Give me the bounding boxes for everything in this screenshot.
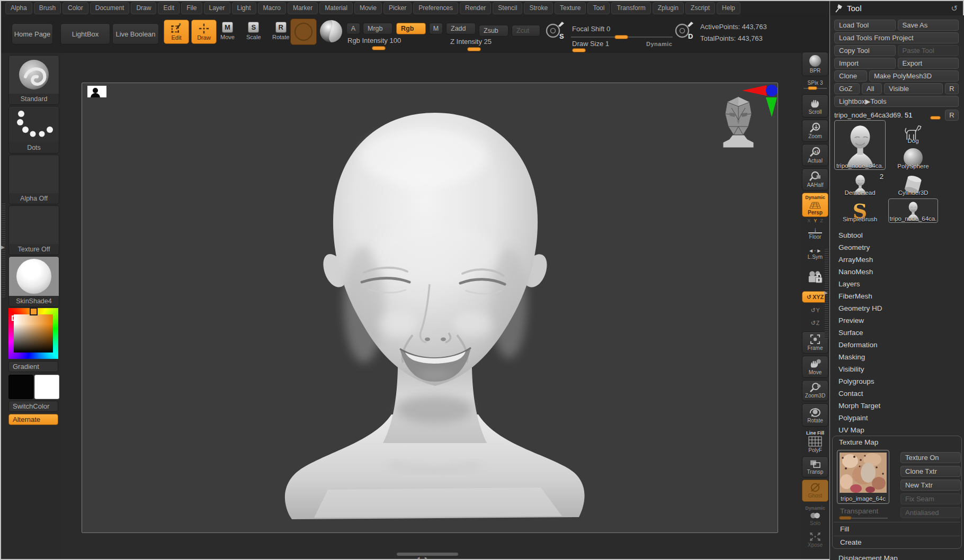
tool-section[interactable]: Subtool xyxy=(830,229,964,241)
home-page-button[interactable]: Home Page xyxy=(12,23,53,44)
ghost-button[interactable]: Ghost xyxy=(802,480,828,502)
current-material-sphere[interactable] xyxy=(319,20,343,43)
current-stroke-thumbnail[interactable]: Dots xyxy=(8,106,59,153)
current-alpha-thumbnail[interactable]: Alpha Off xyxy=(8,155,59,204)
menu-item[interactable]: Stencil xyxy=(493,2,522,14)
menu-item[interactable]: Render xyxy=(460,2,491,14)
texture-map-thumbnail[interactable]: tripo_image_64c xyxy=(837,450,889,504)
scroll-button[interactable]: Scroll xyxy=(802,94,828,118)
solo-button[interactable]: Dynamic Solo xyxy=(802,504,828,527)
export-button[interactable]: Export xyxy=(898,58,959,69)
scale-button[interactable]: S Scale xyxy=(246,22,261,40)
menu-item[interactable]: Preferences xyxy=(413,2,458,14)
load-tools-from-project-button[interactable]: Load Tools From Project xyxy=(834,32,959,43)
color-picker-saturation[interactable] xyxy=(14,314,53,353)
menu-item[interactable]: Brush xyxy=(34,2,61,14)
alternate-button[interactable]: Alternate xyxy=(8,414,58,425)
tool-thumb-tripo-small[interactable]: tripo_node_64ca. xyxy=(888,198,938,223)
menu-item[interactable]: Alpha xyxy=(5,2,32,14)
document-viewport[interactable] xyxy=(82,83,778,533)
transp-button[interactable]: Transp xyxy=(802,456,828,477)
rotate-button[interactable]: R Rotate xyxy=(272,22,289,40)
tool-section[interactable]: ArrayMesh xyxy=(830,254,964,266)
live-boolean-button[interactable]: Live Boolean xyxy=(112,23,159,44)
mode-zcut-button[interactable]: Zcut xyxy=(512,25,540,37)
tool-thumb-polysphere[interactable]: PolySphere xyxy=(888,146,938,170)
move-button[interactable]: M Move xyxy=(220,22,235,40)
color-picker[interactable] xyxy=(8,308,58,359)
rotate-3d-button[interactable]: Rotate xyxy=(802,403,828,427)
rgb-intensity-handle[interactable] xyxy=(372,46,386,50)
tool-section[interactable]: Geometry HD xyxy=(830,302,964,314)
menu-item[interactable]: Texture xyxy=(555,2,586,14)
document-thumbnail[interactable] xyxy=(87,86,106,97)
texture-map-title[interactable]: Texture Map xyxy=(839,438,878,446)
draw-button[interactable]: Draw xyxy=(191,20,217,44)
transparent-handle[interactable] xyxy=(839,516,852,520)
mode-m-button[interactable]: M xyxy=(429,23,443,34)
menu-item[interactable]: Zscript xyxy=(685,2,715,14)
floor-z-toggle[interactable]: Z xyxy=(820,218,823,223)
tool-section[interactable]: Morph Target xyxy=(830,400,964,412)
tool-slider-handle[interactable] xyxy=(930,116,941,120)
axis-gizmo[interactable] xyxy=(742,84,777,119)
secondary-color-swatch[interactable] xyxy=(34,375,59,399)
bpr-button[interactable]: BPR xyxy=(802,52,828,76)
mode-mrgb-button[interactable]: Mrgb xyxy=(363,23,392,34)
menu-item[interactable]: Transform xyxy=(611,2,650,14)
load-tool-button[interactable]: Load Tool xyxy=(834,20,896,31)
edit-button[interactable]: Edit xyxy=(164,20,189,44)
zoom-button[interactable]: Zoom xyxy=(802,120,828,142)
menu-item[interactable]: Zplugin xyxy=(653,2,684,14)
sculpted-head-model[interactable] xyxy=(265,98,604,528)
fix-seam-button[interactable]: Fix Seam xyxy=(900,493,961,504)
tool-thumb-demohead[interactable]: 2 DemoHead xyxy=(834,172,886,196)
draw-size-icon[interactable]: D xyxy=(674,20,695,41)
goz-all-button[interactable]: All xyxy=(862,83,882,94)
tool-section-displacement-map[interactable]: Displacement Map xyxy=(830,552,964,560)
menu-item[interactable]: Document xyxy=(90,2,130,14)
menu-item[interactable]: Stroke xyxy=(524,2,553,14)
lightbox-button[interactable]: LightBox xyxy=(60,23,110,44)
draw-size-handle[interactable] xyxy=(572,48,586,52)
menu-item[interactable]: Material xyxy=(319,2,353,14)
zoom3d-button[interactable]: Zoom3D xyxy=(802,380,828,401)
mode-a-button[interactable]: A xyxy=(346,23,360,34)
rgb-intensity-slider[interactable]: Rgb Intensity 100 xyxy=(347,37,401,44)
current-brush-thumbnail[interactable]: Standard xyxy=(8,55,59,105)
main-color-swatch[interactable] xyxy=(8,375,33,399)
mode-zadd-button[interactable]: Zadd xyxy=(446,23,476,34)
import-button[interactable]: Import xyxy=(834,58,896,69)
tool-section[interactable]: UV Map xyxy=(830,424,964,436)
floor-x-toggle[interactable]: X xyxy=(807,218,810,223)
floor-button[interactable]: ↓ Floor xyxy=(802,224,828,242)
saturation-marker[interactable] xyxy=(12,315,17,321)
menu-item[interactable]: Draw xyxy=(131,2,156,14)
hue-marker[interactable] xyxy=(30,308,38,315)
make-polymesh3d-button[interactable]: Make PolyMesh3D xyxy=(869,70,959,82)
current-brush-tile[interactable] xyxy=(290,19,317,45)
tool-section[interactable]: Layers xyxy=(830,278,964,290)
menu-item[interactable]: Marker xyxy=(288,2,318,14)
clone-txtr-button[interactable]: Clone Txtr xyxy=(900,466,961,477)
mode-rgb-button[interactable]: Rgb xyxy=(396,23,426,34)
menu-item[interactable]: Macro xyxy=(258,2,286,14)
floor-y-toggle[interactable]: Y xyxy=(814,218,817,223)
menu-item[interactable]: Edit xyxy=(158,2,180,14)
tool-section[interactable]: Contact xyxy=(830,387,964,400)
tool-r-button[interactable]: R xyxy=(945,110,959,121)
tool-section[interactable]: Geometry xyxy=(830,241,964,254)
gradient-button[interactable]: Gradient xyxy=(8,361,58,372)
z-intensity-slider[interactable]: Z Intensity 25 xyxy=(450,38,492,46)
menu-item[interactable]: Movie xyxy=(354,2,382,14)
transparent-slider[interactable]: Transparent xyxy=(840,507,878,515)
move-3d-button[interactable]: Move xyxy=(802,356,828,378)
actual-button[interactable]: x1 Actual xyxy=(802,144,828,166)
antialiased-button[interactable]: Antialiased xyxy=(900,507,961,518)
fill-button[interactable]: Fill xyxy=(840,525,849,533)
switch-color-button[interactable]: SwitchColor xyxy=(8,401,58,412)
canvas-scroll-arrows[interactable]: ◄ ► xyxy=(416,556,429,560)
left-tray-divider[interactable] xyxy=(2,202,5,297)
goz-button[interactable]: GoZ xyxy=(834,83,860,94)
tool-section[interactable]: FiberMesh xyxy=(830,290,964,302)
